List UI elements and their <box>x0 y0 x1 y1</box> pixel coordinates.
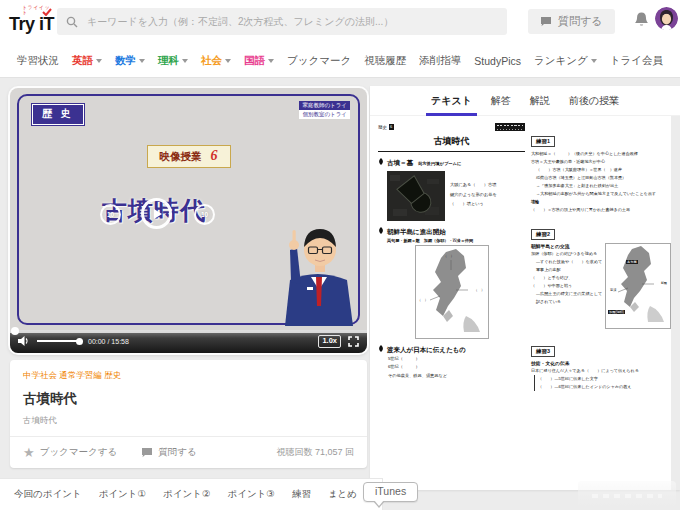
map-label: 加羅(伽耶) <box>608 310 625 314</box>
video-progress-bar[interactable] <box>10 330 367 333</box>
korea-map-blank: （ ） （ ） （ ） <box>415 245 489 339</box>
exercise-2-text: 朝鮮半島との交流 加羅（伽耶）との結びつきを強める ―すぐれた技術や（ ）を求め… <box>531 243 603 306</box>
tab-point-1[interactable]: ポイント① <box>99 488 146 501</box>
map-label: 新羅 <box>661 281 667 285</box>
play-button[interactable] <box>141 198 172 229</box>
doc-line: （ ）―5世紀に伝来した文字 <box>538 375 671 383</box>
skip-forward-10-button[interactable]: 10 <box>194 204 215 225</box>
volume-slider[interactable] <box>37 340 81 342</box>
skip-back-10-button[interactable]: 10 <box>100 204 121 225</box>
lesson-question-button[interactable]: 質問する <box>141 446 196 459</box>
tab-summary[interactable]: まとめ <box>328 488 357 501</box>
doc-line: （ ）と手を結び、 <box>531 274 603 282</box>
kofun-photo-row: 大阪にある（ ）古墳 鍵穴のような形のお墓を （ ）墳という <box>387 171 525 221</box>
doc-line: （ ）や中国と戦う <box>531 282 603 290</box>
exercise-heading: 朝鮮半島との交流 <box>531 243 603 249</box>
tab-practice[interactable]: 練習 <box>292 488 311 501</box>
bookmark-label: ブックマークする <box>40 446 118 459</box>
doc-line: →「獲加多支鹵大王」と刻まれた鉄剣が出土 <box>536 182 671 190</box>
doc-header-badge <box>495 123 525 131</box>
kofun-aerial-photo <box>387 171 445 221</box>
tab-explanation[interactable]: 解説 <box>528 94 552 108</box>
lesson-badge-label: 映像授業 <box>160 150 202 164</box>
tab-point-2[interactable]: ポイント② <box>163 488 210 501</box>
doc-line: （ ）―6世紀に伝来したインドのシャカの教え <box>538 383 671 391</box>
nav-item-math[interactable]: 数学 <box>115 54 145 68</box>
video-subject-badge: 歴 史 <box>32 104 84 125</box>
nav-item-japanese[interactable]: 国語 <box>244 54 274 68</box>
nav-item-science[interactable]: 理科 <box>158 54 188 68</box>
section-heading: 朝鮮半島に進出開始 <box>378 227 525 237</box>
video-brand-labels: 家庭教師のトライ 個別教室のトライ <box>299 101 350 119</box>
doc-section-kofun: 古墳＝墓 前方後円墳がブームに 大阪にある（ ）古墳 <box>378 158 525 221</box>
section-subtext: 高句麗・新羅＝敵 加羅（伽耶）・百済＝仲間 <box>387 238 525 243</box>
search-input[interactable] <box>85 15 507 28</box>
nav-item-try-member[interactable]: トライ会員 <box>610 54 663 68</box>
progress-scrubber[interactable] <box>11 327 19 335</box>
doc-line: 軍事上の支配 <box>536 266 603 274</box>
map-blank: （ ） <box>474 288 485 292</box>
doc-line: 稲荷山古墳（埼玉県）と江田船山古墳（熊本県） <box>536 174 671 182</box>
lesson-badge-number: 6 <box>211 148 218 164</box>
lesson-info-card: 中学社会 通常学習編 歴史 古墳時代 古墳時代 ★ ブックマークする 質問する … <box>10 360 367 468</box>
breadcrumb[interactable]: 中学社会 通常学習編 歴史 <box>23 370 354 382</box>
video-player[interactable]: 歴 史 家庭教師のトライ 個別教室のトライ 映像授業 6 古墳時代 10 10 … <box>10 88 367 353</box>
doc-line: ―すぐれた技術や（ ）を求めて <box>536 258 603 266</box>
main-nav: 学習状況 英語 数学 理科 社会 国語 ブックマーク 視聴履歴 添削指導 Stu… <box>0 44 680 78</box>
nav-item-studypics[interactable]: StudyPics <box>474 55 521 67</box>
tab-text[interactable]: テキスト <box>429 94 474 108</box>
exercise-label: 練習3 <box>531 346 555 357</box>
tab-answers[interactable]: 解答 <box>489 94 513 108</box>
nav-item-bookmarks[interactable]: ブックマーク <box>287 54 351 68</box>
tryit-logo[interactable]: トライイット Try iT <box>9 5 55 35</box>
doc-section-korea: 朝鮮半島に進出開始 高句麗・新羅＝敵 加羅（伽耶）・百済＝仲間 （ ） （ ） … <box>378 227 525 339</box>
chevron-down-icon <box>268 59 274 63</box>
map-label: 百済 <box>610 288 616 292</box>
chevron-down-icon <box>182 59 188 63</box>
user-avatar[interactable] <box>655 7 678 30</box>
tab-current-points[interactable]: 今回のポイント <box>14 488 82 501</box>
nav-item-ranking[interactable]: ランキング <box>534 54 597 68</box>
lesson-question-label: 質問する <box>158 446 196 459</box>
nav-item-study-status[interactable]: 学習状況 <box>17 54 59 68</box>
exercise-3-bracket: （ ）―5世紀に伝来した文字 （ ）―6世紀に伝来したインドのシャカの教え <box>534 375 671 391</box>
notification-bell-icon[interactable] <box>634 11 649 29</box>
exercise-2-body: 朝鮮半島との交流 加羅（伽耶）との結びつきを強める ―すぐれた技術や（ ）を求め… <box>531 243 671 331</box>
exercise-label: 練習2 <box>531 229 555 240</box>
app-header: トライイット Try iT 質問する <box>0 0 680 44</box>
play-icon <box>154 209 162 219</box>
lesson-title: 古墳時代 <box>23 390 354 408</box>
nav-item-social-studies[interactable]: 社会 <box>201 54 231 68</box>
bookmark-button[interactable]: ★ ブックマークする <box>23 446 117 459</box>
playback-speed-button[interactable]: 1.0x <box>318 335 341 348</box>
doc-title: 古墳時代 <box>378 135 525 148</box>
fullscreen-icon[interactable] <box>348 336 359 347</box>
document-viewer[interactable]: 歴史 6 古墳時代 古墳＝墓 前方後円墳がブームに <box>370 116 671 490</box>
doc-line: ―広開土王の碑文に王の業績として記されている <box>536 290 603 306</box>
tab-point-3[interactable]: ポイント③ <box>227 488 274 501</box>
doc-line: 古墳＝大王や豪族の墓・近畿地方が中心 <box>531 158 671 166</box>
lesson-info-footer: ★ ブックマークする 質問する 視聴回数 71,057 回 <box>10 436 367 468</box>
logo-check-icon <box>42 8 52 16</box>
exercise-heading: 技術・文化の伝来 <box>531 360 671 366</box>
itunes-button[interactable]: iTunes <box>363 482 418 502</box>
chevron-down-icon <box>139 59 145 63</box>
caption-line: 鍵穴のような形のお墓を <box>450 190 497 200</box>
ask-question-button[interactable]: 質問する <box>528 9 615 34</box>
nav-item-correction[interactable]: 添削指導 <box>419 54 461 68</box>
doc-line: 6世紀（ ） <box>388 363 525 371</box>
doc-section-toraijin: 渡来人が日本に伝えたもの 5世紀（ ） 6世紀（ ） その他農業、鉄器、須恵器な… <box>378 345 525 380</box>
volume-icon[interactable] <box>18 336 30 346</box>
volume-handle[interactable] <box>76 338 83 345</box>
ask-question-label: 質問する <box>558 14 603 29</box>
kofun-caption: 大阪にある（ ）古墳 鍵穴のような形のお墓を （ ）墳という <box>450 171 497 221</box>
doc-line: その他農業、鉄器、須恵器など <box>388 372 525 380</box>
time-display: 00:00 / 15:58 <box>88 338 129 345</box>
doc-line: 5世紀（ ） <box>388 355 525 363</box>
nav-item-english[interactable]: 英語 <box>72 54 102 68</box>
doc-page-label: 歴史 6 <box>378 124 394 130</box>
tab-adjacent-lessons[interactable]: 前後の授業 <box>567 94 621 108</box>
section-heading: 渡来人が日本に伝えたもの <box>378 345 525 355</box>
lesson-section-tabs: 今回のポイント ポイント① ポイント② ポイント③ 練習 まとめ <box>0 478 383 510</box>
nav-item-watch-history[interactable]: 視聴履歴 <box>364 54 406 68</box>
